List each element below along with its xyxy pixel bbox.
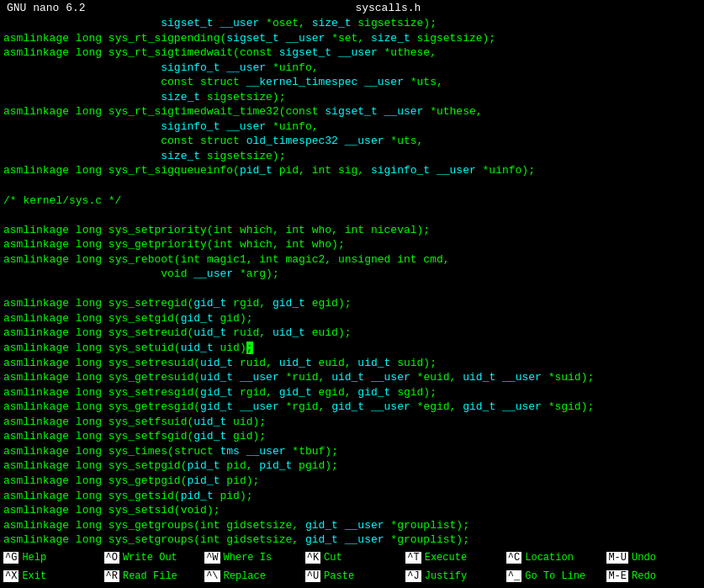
editor-line: size_t sigsetsize);	[3, 90, 701, 105]
bottom-menu-item[interactable]: ^UPaste	[302, 567, 403, 585]
editor-line: asmlinkage long sys_setgid(gid_t gid);	[3, 311, 701, 326]
bottom-bar: ^GHelp^OWrite Out^WWhere Is^KCut^TExecut…	[0, 548, 704, 585]
cursor: ;	[246, 342, 253, 354]
menu-label: Write Out	[123, 552, 177, 564]
shortcut-key: ^X	[3, 570, 19, 582]
editor-line: asmlinkage long sys_setfsuid(uid_t uid);	[3, 415, 701, 430]
editor-line: asmlinkage long sys_times(struct tms __u…	[3, 444, 701, 459]
shortcut-key: ^K	[305, 552, 320, 564]
editor-line: asmlinkage long sys_getgroups(int gidset…	[3, 518, 701, 533]
title-bar: GNU nano 6.2 syscalls.h	[0, 0, 704, 16]
menu-label: Go To Line	[525, 570, 585, 582]
editor-line: sigset_t __user *oset, size_t sigsetsize…	[3, 16, 701, 31]
bottom-menu-item[interactable]: ^CLocation	[503, 548, 604, 567]
editor-line: size_t sigsetsize);	[3, 149, 701, 164]
editor-line: asmlinkage long sys_rt_sigqueueinfo(pid_…	[3, 163, 701, 178]
editor-line: asmlinkage long sys_setpgid(pid_t pid, p…	[3, 458, 701, 474]
shortcut-key: ^R	[104, 570, 119, 582]
bottom-menu-item[interactable]: M-UUndo	[603, 548, 704, 567]
editor-line: asmlinkage long sys_reboot(int magic1, i…	[3, 252, 701, 268]
editor-line: asmlinkage long sys_setresgid(gid_t rgid…	[3, 385, 701, 400]
editor-line: asmlinkage long sys_setgroups(int gidset…	[3, 532, 701, 548]
shortcut-key: ^\	[204, 570, 220, 582]
app-name: GNU nano 6.2	[7, 2, 86, 14]
shortcut-key: ^W	[204, 552, 220, 564]
bottom-menu-item[interactable]: ^_Go To Line	[503, 567, 604, 585]
menu-label: Read File	[123, 570, 177, 582]
editor-line: /* kernel/sys.c */	[3, 193, 701, 209]
shortcut-key: ^_	[506, 570, 521, 582]
shortcut-key: ^T	[405, 552, 421, 564]
menu-label: Justify	[425, 570, 467, 582]
editor-line: siginfo_t __user *uinfo,	[3, 61, 701, 76]
title-right	[691, 2, 697, 14]
editor-line: asmlinkage long sys_getpgid(pid_t pid);	[3, 474, 701, 489]
bottom-menu-item[interactable]: ^KCut	[302, 548, 403, 567]
menu-label: Where Is	[224, 552, 273, 564]
editor-line: asmlinkage long sys_rt_sigpending(sigset…	[3, 31, 701, 46]
bottom-menu-item[interactable]: ^TExecute	[402, 548, 503, 567]
menu-label: Help	[22, 552, 46, 564]
menu-label: Replace	[224, 570, 266, 582]
bottom-menu-item[interactable]: ^GHelp	[0, 548, 101, 567]
editor-line: asmlinkage long sys_setsid(void);	[3, 503, 701, 518]
editor-line: asmlinkage long sys_getsid(pid_t pid);	[3, 489, 701, 504]
bottom-menu-item[interactable]: ^XExit	[0, 567, 101, 585]
menu-label: Paste	[324, 570, 354, 582]
bottom-menu-item[interactable]: ^JJustify	[402, 567, 503, 585]
editor-line: asmlinkage long sys_rt_sigtimedwait(cons…	[3, 45, 701, 61]
editor-line: const struct old_timespec32 __user *uts,	[3, 134, 701, 149]
editor-line: asmlinkage long sys_getresuid(uid_t __us…	[3, 370, 701, 385]
editor-line: asmlinkage long sys_getpriority(int whic…	[3, 237, 701, 252]
file-name: syscalls.h	[86, 2, 691, 14]
menu-label: Undo	[632, 552, 656, 564]
menu-label: Location	[525, 552, 574, 564]
editor-line: siginfo_t __user *uinfo,	[3, 119, 701, 135]
editor-line: asmlinkage long sys_setregid(gid_t rgid,…	[3, 296, 701, 311]
editor-line: asmlinkage long sys_setuid(uid_t uid);	[3, 341, 701, 356]
bottom-menu-item[interactable]: ^OWrite Out	[101, 548, 202, 567]
menu-label: Redo	[632, 570, 656, 582]
editor-line: asmlinkage long sys_setresuid(uid_t ruid…	[3, 356, 701, 371]
menu-label: Cut	[324, 552, 342, 564]
shortcut-key: ^U	[305, 570, 320, 582]
editor-line	[3, 208, 701, 223]
editor-line	[3, 282, 701, 297]
shortcut-key: ^G	[3, 552, 19, 564]
menu-label: Exit	[22, 570, 46, 582]
shortcut-key: ^C	[506, 552, 521, 564]
shortcut-key: ^O	[104, 552, 119, 564]
editor-line: asmlinkage long sys_setfsgid(gid_t gid);	[3, 429, 701, 444]
editor-line: asmlinkage long sys_getresgid(gid_t __us…	[3, 400, 701, 415]
editor-line	[3, 178, 701, 193]
bottom-menu-item[interactable]: M-ERedo	[603, 567, 704, 585]
shortcut-key: M-U	[606, 552, 628, 564]
bottom-menu-item[interactable]: ^RRead File	[101, 567, 202, 585]
menu-label: Execute	[425, 552, 467, 564]
bottom-menu-item[interactable]: ^WWhere Is	[201, 548, 302, 567]
editor-line: void __user *arg);	[3, 267, 701, 282]
bottom-menu-item[interactable]: ^\Replace	[201, 567, 302, 585]
editor-line: asmlinkage long sys_rt_sigtimedwait_time…	[3, 104, 701, 119]
editor-area[interactable]: sigset_t __user *oset, size_t sigsetsize…	[0, 16, 704, 548]
editor-line: asmlinkage long sys_setreuid(uid_t ruid,…	[3, 326, 701, 341]
editor-line: asmlinkage long sys_setpriority(int whic…	[3, 223, 701, 238]
editor-line: const struct __kernel_timespec __user *u…	[3, 75, 701, 90]
shortcut-key: M-E	[606, 570, 628, 582]
shortcut-key: ^J	[405, 570, 421, 582]
